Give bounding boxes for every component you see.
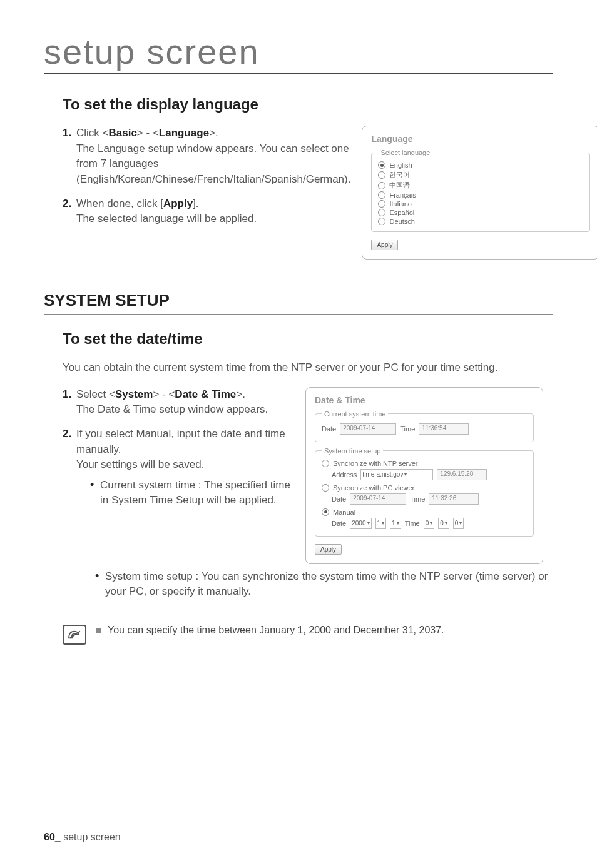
footer-label: setup screen [61,832,121,842]
manual-option[interactable]: Manual [322,508,527,516]
chevron-down-icon: ▾ [430,520,432,526]
chevron-down-icon: ▾ [367,520,370,526]
lang-option-italiano[interactable]: Italiano [378,200,583,208]
bullet-current-time: Current system time : The specified time… [90,478,294,508]
heading-date-time: To set the date/time [63,330,553,348]
manual-sec-select[interactable]: 0▾ [453,518,464,529]
chevron-down-icon: ▾ [397,520,399,526]
manual-day-select[interactable]: 1▾ [390,518,401,529]
date-time-panel: Date & Time Current system time Date 200… [305,387,543,564]
dt-step-2: 2. If you select Manual, input the date … [63,426,294,508]
radio-icon [378,209,385,216]
manual-month-select[interactable]: 1▾ [375,518,387,529]
heading-system-setup: SYSTEM SETUP [44,291,553,315]
current-system-time-group: Current system time Date 2009-07-14 Time… [315,410,534,442]
pc-date-field: 2009-07-14 [350,493,406,505]
pc-option[interactable]: Syncronize with PC viewer [322,484,527,492]
current-time-field: 11:36:54 [419,423,469,435]
time-label: Time [410,495,425,503]
ntp-address-select[interactable]: time-a.nist.gov▾ [360,469,433,480]
system-time-setup-group: System time setup Syncronize with NTP se… [315,447,534,537]
date-time-intro: You can obtain the current system time f… [63,360,553,376]
chevron-down-icon: ▾ [445,520,447,526]
chapter-title: setup screen [44,31,553,74]
note-icon [63,625,86,645]
panel-title: Date & Time [315,395,534,405]
note-text: You can specify the time between January… [96,625,444,636]
lang-step-1: 1. Click <Basic> - <Language>. The Langu… [63,126,350,188]
lang-option-korean[interactable]: 한국어 [378,170,583,179]
lang-option-francais[interactable]: Français [378,191,583,199]
apply-button[interactable]: Apply [371,240,398,250]
bullet-system-time-setup: System time setup : You can synchronize … [95,569,553,600]
manual-year-select[interactable]: 2000▾ [350,518,371,529]
chevron-down-icon: ▾ [459,520,462,526]
dt-steps: 1. Select <System> - <Date & Time>. The … [63,387,294,508]
time-label: Time [400,425,415,433]
apply-button[interactable]: Apply [315,544,342,555]
step-number: 2. [63,196,71,212]
panel-title: Language [371,134,590,144]
lang-steps: 1. Click <Basic> - <Language>. The Langu… [63,126,350,227]
system-time-setup-legend: System time setup [322,447,383,455]
step-number: 1. [63,126,71,141]
radio-icon [378,218,385,225]
select-language-group: Select language English 한국어 中国语 Français… [371,149,590,232]
date-label: Date [322,425,336,433]
page-number: 60_ [44,832,61,842]
address-label: Address [332,471,357,478]
lang-option-chinese[interactable]: 中国语 [378,181,583,190]
manual-min-select[interactable]: 0▾ [438,518,449,529]
step-number: 2. [63,426,71,442]
current-system-time-legend: Current system time [322,410,388,418]
manual-hour-select[interactable]: 0▾ [424,518,435,529]
time-label: Time [405,520,420,527]
current-date-field: 2009-07-14 [340,423,396,435]
chevron-down-icon: ▾ [404,472,407,477]
page-footer: 60_ setup screen [44,832,121,843]
pc-time-field: 11:32:26 [429,493,479,505]
lang-option-english[interactable]: English [378,161,583,169]
dt-step-1: 1. Select <System> - <Date & Time>. The … [63,387,294,418]
step-number: 1. [63,387,71,403]
radio-icon [378,191,385,199]
lang-step-2: 2. When done, click [Apply]. The selecte… [63,196,350,227]
radio-icon [322,460,329,467]
lang-option-deutsch[interactable]: Deutsch [378,218,583,225]
ntp-option[interactable]: Syncronize with NTP server [322,460,527,467]
radio-icon [322,508,329,516]
radio-icon [378,171,385,179]
ntp-ip-field: 129.6.15.28 [437,469,487,480]
note-row: You can specify the time between January… [63,625,553,645]
radio-icon [378,182,385,189]
square-bullet-icon [96,628,101,633]
heading-display-language: To set the display language [63,96,553,113]
lang-option-espanol[interactable]: Español [378,209,583,216]
language-panel: Language Select language English 한국어 中国语… [362,126,597,260]
radio-icon [378,200,385,208]
radio-icon [378,161,385,169]
date-label: Date [332,520,346,527]
date-label: Date [332,495,346,503]
radio-icon [322,484,329,492]
chevron-down-icon: ▾ [382,520,384,526]
select-language-legend: Select language [378,149,432,156]
